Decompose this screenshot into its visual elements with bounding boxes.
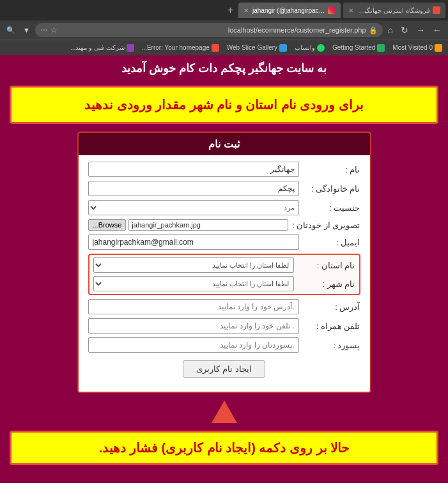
tab-add-button[interactable]: +: [225, 4, 236, 16]
tab-store[interactable]: فروشگاه اینترنتی جهانگیر پچکم ✕: [343, 3, 445, 18]
submit-label: ایجاد نام کاربری: [196, 364, 251, 374]
warning-box: برای ورودی نام استان و نام شهر مقدار ورو…: [10, 86, 438, 124]
city-row: نام شهر : لطفا استان را انتخاب نمایید: [93, 276, 355, 291]
lock-icon: 🔒: [369, 26, 378, 35]
password-input[interactable]: [88, 337, 299, 353]
form-title-text: ثبت نام: [208, 139, 239, 150]
bookmark-favicon-company: [127, 44, 134, 52]
photo-label: تصویری از خودتان :: [292, 220, 360, 230]
arrow-up-icon: [212, 401, 237, 423]
bookmark-getting-started[interactable]: Getting Started: [329, 43, 388, 53]
bookmark-label-most-visited: 0 Most Visited: [392, 44, 433, 51]
tab-label-store: فروشگاه اینترنتی جهانگیر پچکم: [357, 7, 430, 14]
name-row: نام :: [88, 162, 360, 177]
bookmark-company[interactable]: شرکت فنی و مهند...: [67, 43, 137, 53]
province-city-section: نام استان : لطفا استان را انتخاب نمایید …: [88, 254, 360, 295]
reload-button[interactable]: ↻: [398, 24, 411, 36]
tab-close-instagram[interactable]: ✕: [243, 7, 249, 14]
phone-input[interactable]: [88, 318, 299, 334]
email-input[interactable]: [88, 234, 299, 250]
photo-row: تصویری از خودتان : jahangir_pachkam.jpg …: [88, 219, 360, 231]
password-label: پسورد :: [303, 341, 360, 350]
name-label: نام :: [303, 165, 360, 174]
tab-favicon-instagram: [328, 6, 336, 14]
bookmark-favicon-whatsapp: [317, 44, 325, 52]
bookmark-most-visited[interactable]: 0 Most Visited: [389, 43, 445, 53]
bookmark-label-error: Error: Your homepage...: [142, 44, 210, 51]
bookmark-label-getting-started: Getting Started: [332, 44, 375, 51]
phone-label: تلفن همراه :: [303, 321, 360, 331]
file-name-display: jahangir_pachkam.jpg: [128, 219, 288, 231]
tab-label-instagram: jahangir (@jahangirpachkam) • Ins...: [252, 7, 325, 14]
nav-bar: ← → ↻ ⌂ 🔒 localhost/ecommerce/customer_r…: [0, 20, 448, 40]
reader-mode-icon[interactable]: ⋯: [40, 26, 48, 35]
tab-instagram[interactable]: jahangir (@jahangirpachkam) • Ins... ✕: [238, 3, 341, 18]
back-button[interactable]: ←: [430, 24, 444, 36]
search-button[interactable]: 🔍: [4, 25, 18, 36]
bookmark-favicon-error: [212, 44, 219, 52]
bottom-instruction-box: حالا بر روی دکمه (ایجاد نام کاربری) فشار…: [10, 431, 438, 465]
bottom-instruction-text: حالا بر روی دکمه (ایجاد نام کاربری) فشار…: [24, 440, 424, 456]
tab-close-store[interactable]: ✕: [348, 7, 353, 14]
province-row: نام استان : لطفا استان را انتخاب نمایید: [93, 257, 355, 273]
province-label: نام استان :: [298, 261, 355, 270]
forward-button[interactable]: →: [413, 24, 428, 36]
welcome-text: به سایت جهانگیر پچکم دات کام خوش آمدید: [121, 62, 327, 75]
address-bar[interactable]: 🔒 localhost/ecommerce/customer_register.…: [35, 23, 383, 37]
page-content: به سایت جهانگیر پچکم دات کام خوش آمدید ب…: [0, 55, 448, 483]
bookmark-whatsapp[interactable]: واتساب: [291, 43, 328, 53]
bookmark-label-web-slice: Web Slice Gallery: [227, 44, 277, 51]
browse-button[interactable]: Browse...: [88, 219, 127, 231]
city-select[interactable]: لطفا استان را انتخاب نمایید: [93, 276, 294, 291]
gender-label: جنسیت :: [303, 203, 360, 213]
warning-text: برای ورودی نام استان و نام شهر مقدار ورو…: [24, 95, 424, 114]
bookmarks-bar: 0 Most Visited Getting Started واتساب We…: [0, 40, 448, 55]
bookmark-error[interactable]: Error: Your homepage...: [139, 43, 222, 53]
lastname-label: نام خانوادگی :: [303, 184, 360, 194]
address-label: آدرس :: [303, 302, 360, 312]
lastname-input[interactable]: [88, 181, 299, 196]
form-body: نام : نام خانوادگی : جنسیت : مرد تصویری …: [79, 155, 370, 392]
arrow-container: [0, 401, 448, 426]
home-button[interactable]: ⌂: [385, 24, 396, 36]
lastname-row: نام خانوادگی :: [88, 181, 360, 196]
address-actions: ☆ ⋯: [40, 26, 58, 35]
submit-button[interactable]: ایجاد نام کاربری: [183, 360, 265, 378]
email-label: ایمیل :: [303, 238, 360, 247]
browser-chrome: فروشگاه اینترنتی جهانگیر پچکم ✕ jahangir…: [0, 0, 448, 55]
tab-bar: فروشگاه اینترنتی جهانگیر پچکم ✕ jahangir…: [0, 0, 448, 20]
bookmark-favicon-web: [279, 44, 287, 52]
email-row: ایمیل :: [88, 234, 360, 250]
address-row: آدرس :: [88, 299, 360, 314]
bookmark-web-slice[interactable]: Web Slice Gallery: [224, 43, 290, 53]
gender-row: جنسیت : مرد: [88, 200, 360, 215]
file-input-area: jahangir_pachkam.jpg Browse...: [88, 219, 289, 231]
gender-select[interactable]: مرد: [88, 200, 299, 215]
phone-row: تلفن همراه :: [88, 318, 360, 334]
password-row: پسورد :: [88, 337, 360, 353]
bookmark-favicon-green: [377, 44, 385, 52]
bookmark-label-whatsapp: واتساب: [295, 44, 315, 51]
city-label: نام شهر :: [298, 279, 355, 289]
bookmark-favicon-star: [435, 44, 442, 52]
tab-favicon-store: [433, 6, 440, 14]
registration-form: ثبت نام نام : نام خانوادگی : جنسیت : مرد: [77, 132, 371, 393]
menu-button[interactable]: ▼: [20, 25, 33, 35]
name-input[interactable]: [88, 162, 299, 177]
bookmark-label-company: شرکت فنی و مهند...: [70, 44, 125, 51]
welcome-header: به سایت جهانگیر پچکم دات کام خوش آمدید: [0, 55, 448, 81]
address-input[interactable]: [88, 299, 299, 314]
bookmark-star-icon[interactable]: ☆: [50, 26, 58, 35]
address-text: localhost/ecommerce/customer_register.ph…: [60, 26, 366, 34]
form-title: ثبت نام: [79, 133, 370, 155]
province-select[interactable]: لطفا استان را انتخاب نمایید: [93, 257, 294, 273]
